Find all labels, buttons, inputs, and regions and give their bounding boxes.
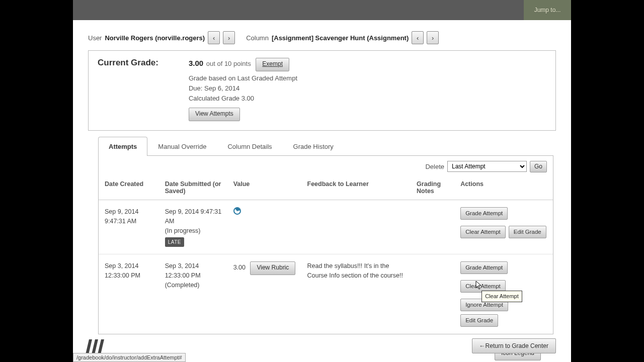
exempt-button[interactable]: Exempt <box>256 58 289 71</box>
table-row: Sep 3, 2014 12:33:00 PM Sep 3, 2014 12:3… <box>99 254 553 334</box>
grade-value: 3.00 <box>189 59 203 67</box>
edit-grade-button[interactable]: Edit Grade <box>460 314 498 327</box>
th-date-submitted: Date Submitted (or Saved) <box>159 177 227 200</box>
column-value: [Assignment] Scavenger Hunt (Assignment) <box>272 34 409 42</box>
column-prev-button[interactable]: ‹ <box>412 31 424 44</box>
jump-to-button[interactable]: Jump to... <box>524 0 571 20</box>
cell-submitted: Sep 9, 2014 9:47:31 AM (In progress) LAT… <box>159 200 227 254</box>
tab-bar: Attempts Manual Override Column Details … <box>98 137 553 156</box>
attempts-table: Date Created Date Submitted (or Saved) V… <box>99 177 553 334</box>
clear-attempt-button[interactable]: Clear Attempt <box>460 226 506 238</box>
tab-grade-history[interactable]: Grade History <box>283 137 344 156</box>
top-bar: Jump to... <box>73 0 571 20</box>
attempts-panel: Delete Last Attempt Go Date Created Date… <box>98 155 553 335</box>
user-next-button[interactable]: › <box>223 31 235 44</box>
th-feedback: Feedback to Learner <box>301 177 411 200</box>
status-bar: /gradebook/do/instructor/addExtraAttempt… <box>73 353 186 362</box>
current-grade-box: Current Grade: 3.00 out of 10 points Exe… <box>88 50 556 131</box>
column-label: Column <box>246 34 269 42</box>
context-nav: User Norville Rogers (norville.rogers) ‹… <box>88 31 556 44</box>
user-prev-button[interactable]: ‹ <box>208 31 220 44</box>
in-progress-icon <box>232 206 243 216</box>
edit-grade-button[interactable]: Edit Grade <box>509 226 546 238</box>
cell-actions: Grade Attempt Clear Attempt Ignore Attem… <box>454 254 553 334</box>
delete-select[interactable]: Last Attempt <box>447 161 527 172</box>
cell-created: Sep 3, 2014 12:33:00 PM <box>99 254 159 334</box>
current-grade-label: Current Grade: <box>98 58 158 121</box>
view-rubric-button[interactable]: View Rubric <box>250 261 295 275</box>
cell-actions: Grade Attempt Clear Attempt Edit Grade <box>454 200 553 254</box>
return-to-grade-center-button[interactable]: ←Return to Grade Center <box>472 338 556 353</box>
cell-feedback <box>301 200 411 254</box>
cell-feedback: Read the syllabus!!! It's in the Course … <box>301 254 411 334</box>
th-actions: Actions <box>454 177 553 200</box>
cell-submitted: Sep 3, 2014 12:33:00 PM (Completed) <box>159 254 227 334</box>
column-next-button[interactable]: › <box>427 31 439 44</box>
cell-value <box>227 200 301 254</box>
th-date-created: Date Created <box>99 177 159 200</box>
grade-basis: Grade based on Last Graded Attempt <box>189 73 546 83</box>
cell-created: Sep 9, 2014 9:47:31 AM <box>99 200 159 254</box>
th-grading-notes: Grading Notes <box>411 177 454 200</box>
tab-attempts[interactable]: Attempts <box>98 137 147 156</box>
cell-notes <box>411 200 454 254</box>
grade-calc: Calculated Grade 3.00 <box>189 94 546 104</box>
cell-value: 3.00 View Rubric <box>227 254 301 334</box>
cell-notes <box>411 254 454 334</box>
user-label: User <box>88 34 102 42</box>
grade-attempt-button[interactable]: Grade Attempt <box>460 261 508 274</box>
th-value: Value <box>227 177 301 200</box>
tab-manual-override[interactable]: Manual Override <box>147 137 217 156</box>
grade-attempt-button[interactable]: Grade Attempt <box>460 207 508 220</box>
table-row: Sep 9, 2014 9:47:31 AM Sep 9, 2014 9:47:… <box>99 200 553 254</box>
grade-outof: out of 10 points <box>206 60 251 67</box>
tooltip: Clear Attempt <box>481 291 522 302</box>
tab-column-details[interactable]: Column Details <box>217 137 282 156</box>
delete-label: Delete <box>425 163 444 170</box>
view-attempts-button[interactable]: View Attempts <box>189 108 240 121</box>
late-badge: LATE <box>165 237 184 247</box>
grade-due: Due: Sep 6, 2014 <box>189 83 546 94</box>
user-value: Norville Rogers (norville.rogers) <box>105 34 205 42</box>
delete-go-button[interactable]: Go <box>530 161 547 173</box>
